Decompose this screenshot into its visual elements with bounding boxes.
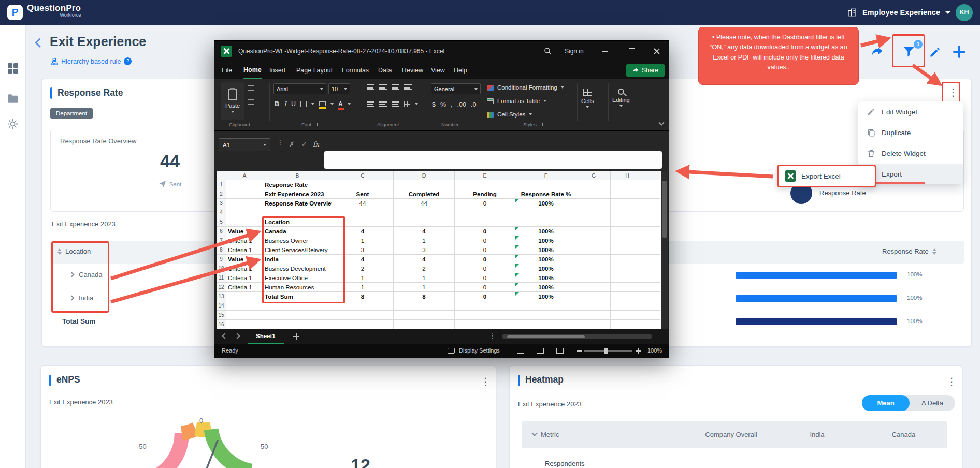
dialog-launcher-icon[interactable] xyxy=(253,123,256,126)
horizontal-scrollbar[interactable] xyxy=(502,334,652,339)
dialog-launcher-icon[interactable] xyxy=(540,123,543,126)
excel-cell[interactable] xyxy=(644,189,660,199)
excel-cell[interactable]: 4 xyxy=(394,227,455,236)
excel-cell[interactable]: Completed xyxy=(394,189,455,199)
excel-cell[interactable] xyxy=(394,311,455,320)
back-button[interactable] xyxy=(35,38,44,47)
merge-center-icon[interactable] xyxy=(404,101,410,107)
excel-cell[interactable] xyxy=(577,301,611,311)
sign-in-link[interactable]: Sign in xyxy=(565,48,584,55)
menu-item-duplicate[interactable]: Duplicate xyxy=(858,122,963,143)
zoom-slider[interactable] xyxy=(584,350,632,352)
excel-cell[interactable]: 44 xyxy=(394,199,455,208)
display-settings-icon[interactable] xyxy=(448,348,455,354)
column-header-canada[interactable]: Canada xyxy=(860,421,947,448)
excel-cell[interactable] xyxy=(611,189,644,199)
excel-cell[interactable] xyxy=(644,264,660,273)
excel-cell[interactable] xyxy=(644,320,660,329)
excel-cell[interactable]: 0 xyxy=(455,245,515,255)
excel-cell[interactable]: 0 xyxy=(455,264,515,273)
excel-row-number[interactable]: 5 xyxy=(217,217,226,227)
borders-button[interactable] xyxy=(300,101,307,107)
excel-column-header[interactable]: A xyxy=(226,171,263,180)
excel-cell[interactable] xyxy=(332,217,394,227)
excel-cell[interactable] xyxy=(577,217,611,227)
expand-chevron-icon[interactable] xyxy=(69,296,75,301)
column-header-location[interactable]: Location xyxy=(57,247,91,255)
excel-row-number[interactable]: 15 xyxy=(217,311,226,320)
fill-color-button[interactable] xyxy=(319,101,326,106)
toggle-delta[interactable]: Δ Delta xyxy=(910,399,955,407)
excel-cell[interactable]: 100% xyxy=(515,245,577,255)
sidebar-item-folders[interactable] xyxy=(7,92,19,107)
maximize-icon[interactable] xyxy=(621,41,643,62)
minimize-icon[interactable] xyxy=(594,41,616,62)
excel-cell[interactable] xyxy=(644,255,660,264)
excel-cell[interactable] xyxy=(515,320,577,329)
excel-cell[interactable] xyxy=(611,199,644,208)
tab-view[interactable]: View xyxy=(431,62,445,79)
zoom-out-icon[interactable] xyxy=(577,350,582,352)
excel-cell[interactable] xyxy=(226,217,263,227)
percent-style-button[interactable]: % xyxy=(440,101,446,108)
align-left-icon[interactable] xyxy=(367,101,374,107)
excel-cell[interactable] xyxy=(577,311,611,320)
align-right-icon[interactable] xyxy=(392,101,399,107)
excel-title-bar[interactable]: QuestionPro-WF-Widget-Response-Rate-08-2… xyxy=(214,41,669,62)
excel-cell[interactable] xyxy=(644,301,660,311)
excel-cell[interactable] xyxy=(577,255,611,264)
menu-item-edit-widget[interactable]: Edit Widget xyxy=(858,101,963,122)
excel-cell[interactable]: 2 xyxy=(332,264,394,273)
excel-cell[interactable]: 4 xyxy=(332,227,394,236)
tab-options-icon[interactable] xyxy=(489,331,496,340)
excel-cell[interactable] xyxy=(611,227,644,236)
excel-cell[interactable] xyxy=(515,311,577,320)
export-excel-option[interactable]: Export Excel xyxy=(777,165,876,187)
excel-column-header[interactable]: F xyxy=(515,171,577,180)
excel-cell[interactable]: Response Rate xyxy=(263,180,332,189)
excel-cell[interactable] xyxy=(611,217,644,227)
tab-insert[interactable]: Insert xyxy=(269,62,285,79)
excel-cell[interactable] xyxy=(611,283,644,292)
excel-cell[interactable]: 44 xyxy=(332,199,394,208)
excel-cell[interactable]: 1 xyxy=(394,283,455,292)
excel-cell[interactable] xyxy=(577,283,611,292)
excel-cell[interactable] xyxy=(611,236,644,245)
excel-cell[interactable] xyxy=(577,199,611,208)
excel-cell[interactable]: 100% xyxy=(515,283,577,292)
excel-cell[interactable] xyxy=(611,255,644,264)
excel-cell[interactable] xyxy=(455,311,515,320)
widget-menu-button[interactable] xyxy=(948,86,958,98)
font-color-button[interactable]: A xyxy=(338,100,343,108)
excel-cell[interactable] xyxy=(644,227,660,236)
excel-cell[interactable]: Value xyxy=(226,255,263,264)
decrease-decimal-button[interactable]: .0 xyxy=(471,101,476,108)
tab-help[interactable]: Help xyxy=(454,62,467,79)
excel-row-number[interactable]: 11 xyxy=(217,273,226,283)
excel-cell[interactable]: 100% xyxy=(515,292,577,301)
excel-cell[interactable] xyxy=(394,301,455,311)
excel-cell[interactable] xyxy=(611,180,644,189)
excel-cell[interactable]: 100% xyxy=(515,199,577,208)
excel-cell[interactable] xyxy=(611,311,644,320)
toggle-mean[interactable]: Mean xyxy=(862,395,910,411)
excel-row-number[interactable]: 7 xyxy=(217,236,226,245)
excel-cell[interactable] xyxy=(263,320,332,329)
excel-cell[interactable]: 2 xyxy=(394,264,455,273)
excel-cell[interactable]: 100% xyxy=(515,264,577,273)
align-center-icon[interactable] xyxy=(379,101,387,107)
excel-cell[interactable]: 1 xyxy=(332,273,394,283)
excel-cell[interactable] xyxy=(332,180,394,189)
excel-cell[interactable] xyxy=(611,273,644,283)
excel-cell[interactable] xyxy=(644,180,660,189)
tab-review[interactable]: Review xyxy=(402,62,423,79)
excel-cell[interactable] xyxy=(332,311,394,320)
insert-function-icon[interactable]: fx xyxy=(313,140,319,148)
tab-file[interactable]: File xyxy=(222,62,232,79)
excel-cell[interactable] xyxy=(644,292,660,301)
excel-cell[interactable]: 0 xyxy=(455,227,515,236)
excel-cell[interactable] xyxy=(226,180,263,189)
column-header-company-overall[interactable]: Company Overall xyxy=(688,421,774,448)
formula-bar-menu-icon[interactable] xyxy=(277,138,284,147)
increase-decimal-button[interactable]: .00 xyxy=(457,101,466,108)
